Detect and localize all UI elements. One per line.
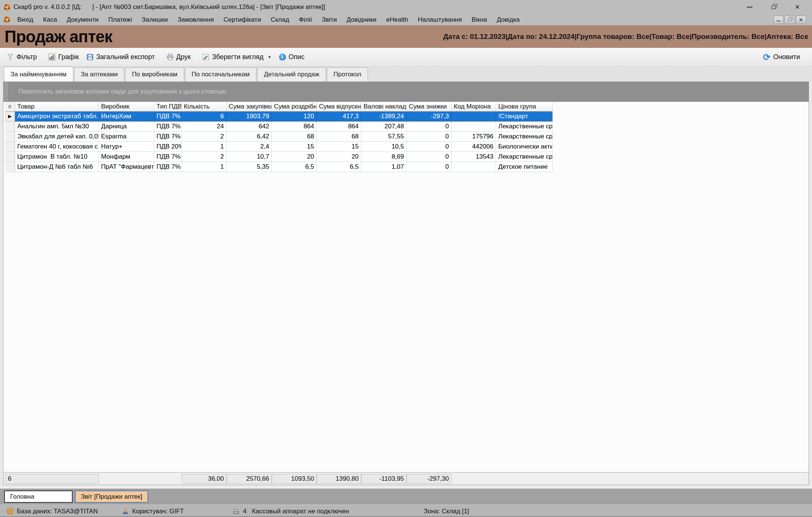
menu-items: ВихідКасаДокументиПлатежіЗалишкиЗамовлен…	[12, 15, 524, 25]
table-cell: ПДВ 7%	[154, 122, 182, 132]
table-row[interactable]: Цитрамон-Д №6 табл №6ПрАТ "ФармацевтиПДВ…	[5, 162, 553, 172]
footer-count: 6	[5, 474, 99, 484]
column-header[interactable]: Сума відпускна	[317, 102, 361, 111]
table-row[interactable]: ▶Амицитрон экстратаб табл. иИнтерХимПДВ …	[5, 111, 553, 122]
table-cell: Биологически акти	[496, 142, 553, 152]
menu-item[interactable]: Склад	[266, 15, 294, 25]
column-chooser-cell[interactable]: ≣	[5, 102, 15, 111]
table-cell: Цитрамон-Д №6 табл №6	[15, 162, 99, 172]
table-cell: 175796	[451, 132, 496, 142]
menu-item[interactable]: Вихід	[12, 15, 38, 25]
refresh-button[interactable]: ⟳ Оновити	[759, 50, 804, 64]
table-cell: Esparma	[99, 132, 154, 142]
data-grid: Перетягніть заголовок колонки сюди для у…	[3, 82, 809, 485]
table-cell: 6,5	[272, 162, 317, 172]
menu-item[interactable]: Замовлення	[173, 15, 219, 25]
filter-button[interactable]: Фільтр	[3, 50, 40, 64]
table-row[interactable]: Гематоген 40 г, кокосовая сНатур+ПДВ 20%…	[5, 142, 553, 152]
menu-item[interactable]: Звіти	[317, 15, 341, 25]
row-indicator-active: ▶	[5, 111, 15, 122]
view-tab[interactable]: По постачальникам	[185, 67, 256, 82]
table-cell: 5,35	[226, 162, 272, 172]
restore-button[interactable]	[769, 3, 778, 11]
report-header: Продаж аптек Дата с: 01.12.2023|Дата по:…	[0, 25, 812, 48]
table-row[interactable]: Анальгин амп. 5мл №30ДарницаПДВ 7%246428…	[5, 122, 553, 132]
footer-sum: -297,30	[407, 474, 451, 484]
table-cell: Гематоген 40 г, кокосовая с	[15, 142, 99, 152]
footer-sum: 36,00	[182, 474, 226, 484]
table-cell: Монфарм	[99, 152, 154, 162]
table-cell: 1,07	[361, 162, 407, 172]
window-tab[interactable]: Звіт [Продажи аптек]	[75, 490, 148, 503]
table-cell: Детское питание	[496, 162, 553, 172]
table-cell: 20	[272, 152, 317, 162]
filter-icon	[7, 53, 14, 61]
table-cell: 442006	[451, 142, 496, 152]
column-header[interactable]: Сума знижки	[407, 102, 451, 111]
table-cell: 0	[407, 142, 451, 152]
mdi-restore-button[interactable]	[785, 16, 795, 24]
menu-item[interactable]: Філії	[294, 15, 317, 25]
view-tab[interactable]: Детальний продаж	[257, 67, 326, 82]
table-cell: Эвкабал для детей кап. 0,05	[15, 132, 99, 142]
table-cell: Натур+	[99, 142, 154, 152]
row-indicator	[5, 142, 15, 152]
chart-button[interactable]: Графік	[45, 50, 82, 64]
table-cell: 68	[317, 132, 361, 142]
print-button[interactable]: Друк	[163, 50, 195, 64]
table-cell: 20	[317, 152, 361, 162]
menu-item[interactable]: Документи	[62, 15, 103, 25]
table-cell	[451, 122, 496, 132]
menu-item[interactable]: eHealth	[381, 15, 413, 25]
view-tab[interactable]: За аптеками	[74, 67, 125, 82]
window-tab[interactable]: Головна	[4, 490, 73, 503]
column-header[interactable]: Тип ПДВ	[154, 102, 182, 111]
menu-item[interactable]: Залишки	[137, 15, 173, 25]
menu-item[interactable]: Вікна	[467, 15, 492, 25]
menu-item[interactable]: Довідники	[342, 15, 381, 25]
close-button[interactable]: ×	[793, 3, 802, 11]
status-zone: Зона: Склад [1]	[420, 505, 809, 517]
row-indicator	[5, 132, 15, 142]
menu-item[interactable]: Каса	[38, 15, 62, 25]
column-header[interactable]: Цінова група	[496, 102, 553, 111]
column-header[interactable]: Товар	[15, 102, 99, 111]
column-header[interactable]: Кількість	[182, 102, 226, 111]
table-cell: 6,42	[226, 132, 272, 142]
column-header[interactable]: Валові накладе	[361, 102, 407, 111]
table-cell: 417,3	[317, 111, 361, 122]
view-tab[interactable]: По виробникам	[125, 67, 184, 82]
menu-item[interactable]: Сертифікати	[219, 15, 266, 25]
table-cell: 1	[182, 142, 226, 152]
table-cell: ИнтерХим	[99, 111, 154, 122]
row-indicator	[5, 162, 15, 172]
save-view-button[interactable]: Зберегти вигляд ▼	[198, 50, 275, 64]
view-tab[interactable]: Протокол	[327, 67, 368, 82]
menu-item[interactable]: Довідка	[492, 15, 524, 25]
info-icon: i	[279, 53, 286, 61]
group-by-panel[interactable]: Перетягніть заголовок колонки сюди для у…	[3, 82, 809, 102]
mdi-close-button[interactable]: ×	[796, 16, 806, 24]
grid-footer: 636,002570,661093,501390,80-1103,95-297,…	[3, 472, 809, 485]
chevron-down-icon[interactable]: ▼	[268, 55, 271, 59]
table-row[interactable]: Эвкабал для детей кап. 0,05EsparmaПДВ 7%…	[5, 132, 553, 142]
minimize-button[interactable]	[745, 3, 754, 11]
status-register-count: 4	[230, 505, 248, 517]
table-cell: Цитрамон В табл. №10	[15, 152, 99, 162]
table-cell: Лекарственные сре	[496, 152, 553, 162]
grid-rows: ▶Амицитрон экстратаб табл. иИнтерХимПДВ …	[5, 111, 553, 172]
column-header[interactable]: Сума роздрібна	[272, 102, 317, 111]
menu-item[interactable]: Налаштування	[413, 15, 467, 25]
column-header[interactable]: Виробник	[99, 102, 154, 111]
export-button[interactable]: Загальний експорт	[83, 50, 159, 64]
mdi-minimize-button[interactable]	[773, 16, 784, 24]
table-row[interactable]: Цитрамон В табл. №10МонфармПДВ 7%210,720…	[5, 152, 553, 162]
column-header[interactable]: Сума закупівел	[226, 102, 272, 111]
toolbar-separator	[196, 51, 197, 64]
description-button[interactable]: i Опис	[275, 50, 308, 64]
view-tab[interactable]: За найменуванням	[4, 67, 73, 82]
table-cell: -1389,24	[361, 111, 407, 122]
group-hint: Перетягніть заголовок колонки сюди для у…	[18, 88, 226, 95]
menu-item[interactable]: Платежі	[103, 15, 137, 25]
column-header[interactable]: Код Моріона	[451, 102, 496, 111]
